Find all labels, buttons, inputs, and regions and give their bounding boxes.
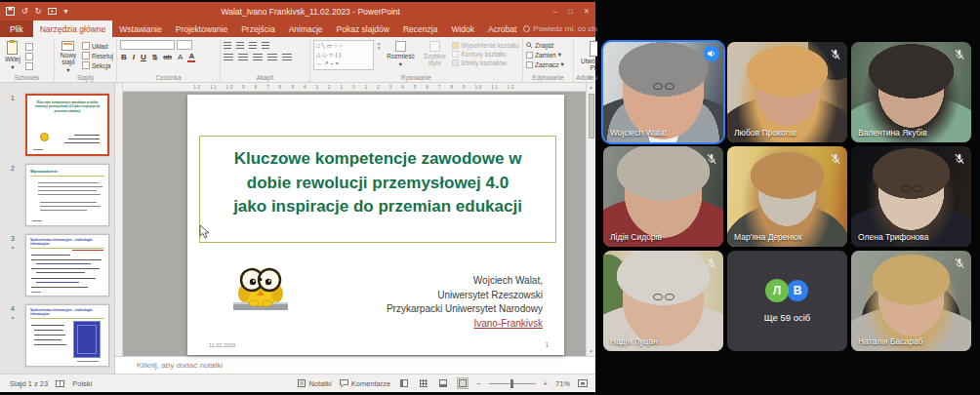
fit-to-window-icon[interactable] bbox=[578, 378, 588, 388]
tab-wstawianie[interactable]: Wstawianie bbox=[112, 20, 168, 37]
scroll-up-icon[interactable]: ▲ bbox=[589, 85, 592, 90]
minimize-button[interactable]: – bbox=[553, 7, 557, 16]
thumbnail-slide-4[interactable]: Społeczeństwo informacyjne – technologia… bbox=[25, 304, 109, 367]
align-left-icon[interactable] bbox=[224, 54, 233, 61]
thumbnail-slide-2[interactable]: Wprowadzenie bbox=[25, 164, 109, 226]
cut-icon[interactable] bbox=[25, 43, 33, 51]
underline-button[interactable]: U bbox=[140, 53, 147, 61]
columns-icon[interactable] bbox=[282, 54, 292, 61]
select-button[interactable]: Zaznacz▾ bbox=[526, 60, 564, 68]
slide-canvas[interactable]: Kluczowe kompetencje zawodowe w dobie re… bbox=[187, 95, 564, 355]
tab-pokaz-slajdow[interactable]: Pokaz slajdów bbox=[330, 20, 396, 37]
slideshow-icon[interactable] bbox=[48, 7, 57, 16]
indent-decrease-icon[interactable] bbox=[249, 42, 257, 50]
tab-narzedzia-glowne[interactable]: Narzędzia główne bbox=[33, 20, 113, 37]
new-slide-button[interactable]: Nowy slajd ▾ bbox=[58, 40, 79, 74]
slide-author-box[interactable]: Wojciech Walat, Uniwersytet Rzeszowski P… bbox=[387, 274, 543, 331]
video-tile-mariana-dereniuk[interactable]: Мар'яна Деренюк bbox=[727, 146, 847, 247]
maximize-button[interactable]: □ bbox=[568, 7, 573, 16]
font-size-input[interactable] bbox=[177, 40, 192, 50]
zoom-level[interactable]: 71% bbox=[555, 379, 570, 388]
close-button[interactable]: ✕ bbox=[584, 7, 590, 16]
shape-fill-label: Wypełnienie kształtu bbox=[461, 42, 518, 49]
character-spacing-button[interactable]: A bbox=[177, 53, 184, 61]
video-tile-wojciech-walat[interactable]: Wojciech Walat bbox=[603, 42, 723, 142]
tab-widok[interactable]: Widok bbox=[444, 20, 481, 37]
reset-button[interactable]: Resetuj bbox=[82, 52, 113, 59]
font-name-input[interactable] bbox=[120, 40, 175, 50]
tab-przejscia[interactable]: Przejścia bbox=[234, 20, 281, 37]
video-tile-valentyna-yakubiv[interactable]: Валентина Якубів bbox=[851, 42, 971, 142]
arrange-button[interactable]: Rozmieść ▾ bbox=[384, 40, 417, 68]
zoom-out-button[interactable]: − bbox=[476, 379, 480, 388]
quick-styles-button[interactable]: Szybkie style bbox=[420, 40, 449, 67]
tab-projektowanie[interactable]: Projektowanie bbox=[169, 20, 234, 37]
bold-button[interactable]: B bbox=[120, 53, 128, 61]
numbering-icon[interactable] bbox=[236, 42, 244, 50]
tab-recenzja[interactable]: Recenzja bbox=[396, 20, 444, 37]
format-painter-icon[interactable] bbox=[25, 62, 33, 70]
glasses bbox=[901, 185, 922, 192]
zoom-slider[interactable] bbox=[489, 383, 536, 384]
language-button[interactable]: Polski bbox=[72, 379, 92, 388]
shapes-scroll[interactable]: ▲ ▼ bbox=[377, 40, 381, 52]
zoom-slider-thumb[interactable] bbox=[510, 379, 513, 388]
spellcheck-icon[interactable] bbox=[56, 379, 64, 388]
participant-name: Мар'яна Деренюк bbox=[734, 232, 801, 242]
vertical-ruler bbox=[115, 83, 123, 356]
thumbnail-slide-3[interactable]: Społeczeństwo informacyjne – technologia… bbox=[25, 234, 109, 296]
text-line bbox=[31, 255, 70, 256]
font-color-button[interactable]: A bbox=[187, 52, 195, 62]
tab-plik[interactable]: Plik bbox=[0, 20, 33, 37]
tab-acrobat[interactable]: Acrobat bbox=[481, 20, 523, 37]
align-center-icon[interactable] bbox=[238, 54, 248, 61]
align-right-icon[interactable] bbox=[253, 54, 263, 61]
copy-icon[interactable] bbox=[25, 53, 33, 60]
video-tile-olena-tryfonova[interactable]: Олена Трифонова bbox=[851, 146, 971, 247]
video-tile-nataliia-basarab[interactable]: Наталія Басараб bbox=[851, 251, 971, 351]
scrollbar-thumb[interactable] bbox=[589, 94, 594, 138]
video-tile-lidiia-sydoriv[interactable]: Лідія Сидорів bbox=[603, 146, 723, 247]
qat-dropdown-icon[interactable]: ▾ bbox=[63, 7, 67, 16]
find-button[interactable]: Znajdź bbox=[526, 42, 564, 49]
redo-icon[interactable]: ↻ bbox=[35, 7, 42, 16]
undo-icon[interactable]: ↺ bbox=[21, 7, 28, 16]
collapse-ribbon-icon[interactable]: ∧ bbox=[589, 73, 592, 80]
layout-button[interactable]: Układ bbox=[82, 42, 113, 50]
bullets-icon[interactable] bbox=[224, 42, 231, 50]
slide-sorter-view-button[interactable] bbox=[418, 377, 429, 389]
video-tile-nadiia-lutsan[interactable]: Надія Луцан bbox=[603, 251, 723, 351]
paste-button[interactable]: Wklej ▾ bbox=[3, 40, 22, 71]
tab-animacje[interactable]: Animacje bbox=[282, 20, 330, 37]
scroll-down-icon[interactable]: ▼ bbox=[589, 349, 592, 354]
layout-label: Układ bbox=[92, 43, 108, 50]
slideshow-view-button[interactable] bbox=[457, 377, 469, 389]
vertical-scrollbar[interactable]: ▲ ▼ bbox=[586, 83, 595, 356]
replace-button[interactable]: Zamień▾ bbox=[526, 51, 564, 59]
shapes-gallery[interactable]: □ ╲ ▭ ○ ○ △ ◇ ☆ ( ) ↔ ↗ ~ = bbox=[313, 40, 374, 70]
slide-title-box[interactable]: Kluczowe kompetencje zawodowe w dobie re… bbox=[199, 136, 556, 243]
italic-button[interactable]: I bbox=[132, 53, 136, 61]
strikethrough-button[interactable]: ab bbox=[162, 53, 173, 61]
section-button[interactable]: Sekcja bbox=[82, 61, 113, 69]
indent-increase-icon[interactable] bbox=[262, 42, 269, 50]
zoom-in-button[interactable]: + bbox=[544, 379, 548, 388]
normal-view-button[interactable] bbox=[398, 377, 410, 389]
notes-pane[interactable]: Kliknij, aby dodać notatki bbox=[115, 356, 595, 374]
comments-toggle[interactable]: Komentarze bbox=[340, 379, 390, 388]
save-icon[interactable] bbox=[6, 7, 15, 16]
justify-icon[interactable] bbox=[267, 54, 277, 61]
shape-outline-button[interactable]: Kontury kształtu bbox=[452, 51, 518, 58]
thumbnail-slide-1[interactable]: Kluczowe kompetencje zawodowe w dobie re… bbox=[25, 94, 109, 156]
video-tile-lubov-prokopiv[interactable]: Любов Прокопів bbox=[727, 42, 847, 142]
notes-toggle[interactable]: Notatki bbox=[298, 379, 331, 388]
shape-effects-button[interactable]: Efekty kształtów bbox=[452, 59, 518, 66]
window-controls: – □ ✕ bbox=[553, 7, 590, 16]
text-shadow-button[interactable]: S bbox=[151, 53, 158, 61]
slide-title-line: Kluczowe kompetencje zawodowe w bbox=[200, 147, 555, 172]
notes-placeholder: Kliknij, aby dodać notatki bbox=[137, 361, 223, 370]
shape-fill-button[interactable]: Wypełnienie kształtu bbox=[452, 42, 518, 49]
more-participants-tile[interactable]: Л В Ще 59 осіб bbox=[727, 251, 847, 351]
reading-view-button[interactable] bbox=[437, 377, 449, 389]
shape-outline-icon bbox=[452, 51, 459, 58]
